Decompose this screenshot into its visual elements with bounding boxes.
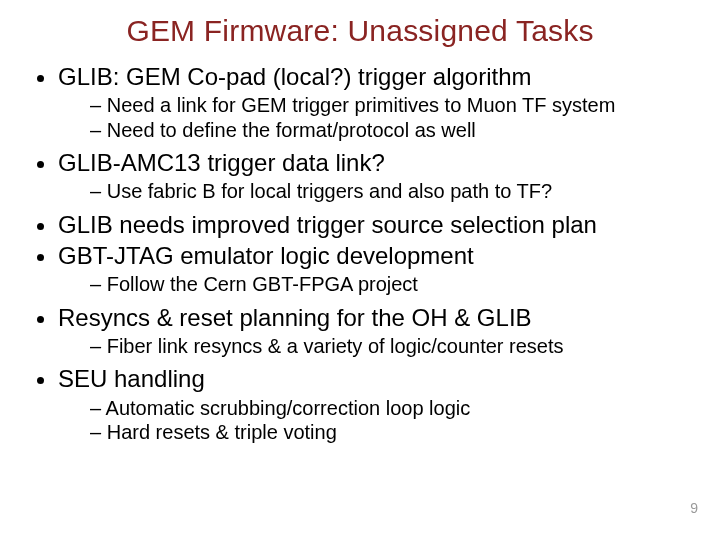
bullet-text: SEU handling [58, 365, 205, 392]
bullet-text: GLIB: GEM Co-pad (local?) trigger algori… [58, 63, 532, 90]
sub-bullet-item: Use fabric B for local triggers and also… [90, 179, 696, 203]
bullet-item: Resyncs & reset planning for the OH & GL… [58, 303, 696, 359]
bullet-item: GLIB: GEM Co-pad (local?) trigger algori… [58, 62, 696, 142]
bullet-text: GBT-JTAG emulator logic development [58, 242, 474, 269]
sub-bullet-list: Fiber link resyncs & a variety of logic/… [58, 334, 696, 358]
slide: GEM Firmware: Unassigned Tasks GLIB: GEM… [0, 0, 720, 540]
sub-bullet-list: Follow the Cern GBT-FPGA project [58, 272, 696, 296]
sub-bullet-item: Need to define the format/protocol as we… [90, 118, 696, 142]
bullet-text: GLIB needs improved trigger source selec… [58, 211, 597, 238]
sub-bullet-list: Automatic scrubbing/correction loop logi… [58, 396, 696, 445]
bullet-text: Resyncs & reset planning for the OH & GL… [58, 304, 532, 331]
sub-bullet-item: Fiber link resyncs & a variety of logic/… [90, 334, 696, 358]
bullet-item: GBT-JTAG emulator logic development Foll… [58, 241, 696, 297]
bullet-text: GLIB-AMC13 trigger data link? [58, 149, 385, 176]
sub-bullet-list: Use fabric B for local triggers and also… [58, 179, 696, 203]
bullet-item: SEU handling Automatic scrubbing/correct… [58, 364, 696, 444]
sub-bullet-item: Hard resets & triple voting [90, 420, 696, 444]
sub-bullet-item: Need a link for GEM trigger primitives t… [90, 93, 696, 117]
bullet-item: GLIB needs improved trigger source selec… [58, 210, 696, 239]
bullet-item: GLIB-AMC13 trigger data link? Use fabric… [58, 148, 696, 204]
sub-bullet-item: Automatic scrubbing/correction loop logi… [90, 396, 696, 420]
slide-title: GEM Firmware: Unassigned Tasks [24, 14, 696, 48]
sub-bullet-item: Follow the Cern GBT-FPGA project [90, 272, 696, 296]
bullet-list: GLIB: GEM Co-pad (local?) trigger algori… [24, 62, 696, 444]
page-number: 9 [690, 500, 698, 516]
sub-bullet-list: Need a link for GEM trigger primitives t… [58, 93, 696, 142]
